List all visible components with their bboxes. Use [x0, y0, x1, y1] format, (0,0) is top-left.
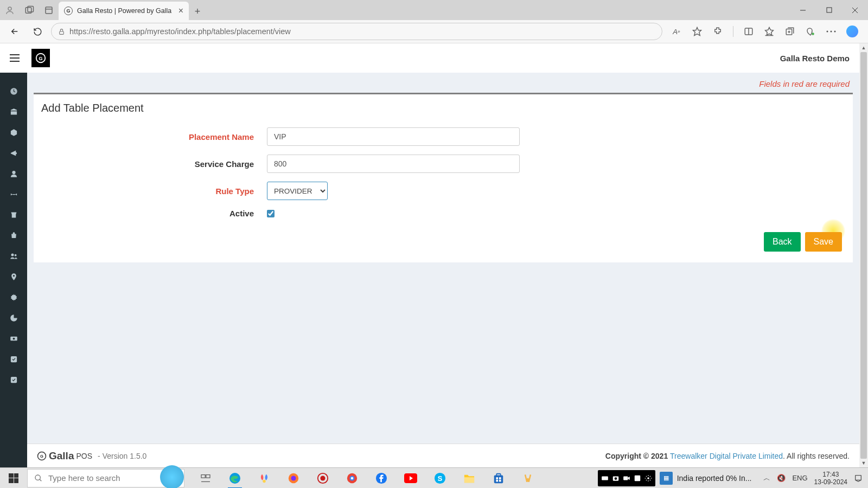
sidebar-item-categories[interactable] — [0, 106, 27, 117]
placement-name-input[interactable] — [267, 127, 520, 146]
close-tab-icon[interactable]: × — [178, 6, 183, 16]
tab-title: Galla Resto | Powered by Galla — [77, 7, 171, 15]
new-tab-button[interactable]: + — [189, 3, 206, 20]
favorites-icon[interactable] — [764, 26, 775, 37]
sidebar-item-products[interactable] — [0, 127, 27, 138]
scroll-down-icon[interactable]: ▼ — [859, 459, 868, 467]
taskbar-search[interactable]: Type here to search — [27, 469, 184, 487]
task-view-icon[interactable] — [199, 471, 213, 485]
taskbar-skype-icon[interactable]: S — [433, 471, 447, 485]
browser-essentials-icon[interactable] — [805, 26, 816, 37]
label-rule-type: Rule Type — [34, 187, 267, 196]
close-window-button[interactable] — [842, 0, 868, 20]
svg-point-20 — [831, 31, 832, 33]
sidebar-item-users[interactable] — [0, 168, 27, 179]
footer-copyright-pre: Copyright © 2021 — [605, 452, 670, 460]
svg-rect-9 — [60, 31, 64, 34]
browser-address-bar: https://resto.galla.app/myresto/index.ph… — [0, 20, 868, 43]
taskbar-copilot-icon[interactable] — [257, 471, 271, 485]
taskbar-facebook-icon[interactable] — [374, 471, 388, 485]
split-screen-icon[interactable] — [743, 26, 754, 37]
svg-point-19 — [827, 31, 828, 33]
svg-point-0 — [8, 7, 11, 10]
scrollbar[interactable]: ▲ ▼ — [859, 43, 868, 467]
sidebar-item-location[interactable] — [0, 271, 27, 282]
svg-rect-59 — [496, 479, 498, 481]
keyboard-icon — [601, 474, 609, 482]
extensions-icon[interactable] — [712, 26, 723, 37]
app-footer: G Galla POS - Version 1.5.0 Copyright © … — [27, 444, 859, 467]
tray-news-icon[interactable]: ▦ — [660, 472, 673, 485]
tray-clock[interactable]: 17:43 13-09-2024 — [814, 471, 847, 486]
tray-recording-controls[interactable] — [598, 470, 655, 486]
tray-chevron-icon[interactable]: ︿ — [763, 473, 770, 483]
label-active: Active — [34, 209, 267, 218]
menu-toggle-button[interactable] — [10, 54, 20, 62]
svg-point-21 — [834, 31, 836, 33]
sidebar-item-dashboard[interactable] — [0, 86, 27, 97]
tab-actions-icon[interactable] — [43, 5, 54, 16]
svg-rect-39 — [206, 474, 210, 478]
scroll-up-icon[interactable]: ▲ — [859, 43, 868, 52]
copilot-icon[interactable] — [846, 25, 858, 37]
footer-company-link[interactable]: Treewalker Digital Private Limited — [670, 452, 783, 460]
star-icon[interactable] — [692, 26, 703, 37]
sidebar-item-partners[interactable] — [0, 189, 27, 200]
window-controls — [790, 0, 868, 20]
service-charge-input[interactable] — [267, 155, 520, 173]
sidebar-item-payments[interactable] — [0, 333, 27, 344]
workspaces-icon[interactable] — [24, 5, 35, 16]
back-button-form[interactable]: Back — [764, 232, 801, 252]
svg-line-37 — [40, 479, 41, 481]
taskbar-store-icon[interactable] — [492, 471, 506, 485]
start-button[interactable] — [0, 468, 27, 488]
svg-rect-65 — [634, 475, 640, 481]
active-checkbox[interactable] — [267, 210, 275, 217]
refresh-button[interactable] — [28, 22, 47, 41]
tray-news-text[interactable]: India reported 0% In... — [677, 474, 752, 483]
maximize-button[interactable] — [816, 0, 842, 20]
taskbar-firefox-icon[interactable] — [286, 471, 301, 485]
back-button[interactable] — [5, 22, 24, 41]
rule-type-select[interactable]: PROVIDER — [267, 182, 328, 200]
sidebar-item-check1[interactable] — [0, 354, 27, 364]
taskbar-youtube-icon[interactable] — [404, 471, 418, 485]
read-aloud-icon[interactable]: A» — [671, 26, 682, 37]
scroll-thumb[interactable] — [860, 52, 867, 459]
svg-rect-32 — [10, 356, 16, 362]
app-logo[interactable]: G — [31, 49, 50, 67]
sidebar-item-customers[interactable] — [0, 251, 27, 261]
taskbar-explorer-icon[interactable] — [462, 471, 476, 485]
svg-point-26 — [11, 253, 14, 256]
more-icon[interactable] — [826, 26, 837, 37]
restaurant-name: Galla Resto Demo — [780, 54, 850, 63]
sidebar-item-settings[interactable] — [0, 292, 27, 303]
footer-logo-icon: G — [37, 451, 47, 461]
save-button[interactable]: Save — [805, 232, 842, 252]
taskbar-edge-icon[interactable] — [228, 471, 242, 485]
cortana-icon[interactable] — [160, 465, 184, 489]
svg-rect-61 — [602, 476, 608, 480]
sidebar-item-announce[interactable] — [0, 147, 27, 158]
svg-text:G: G — [39, 56, 42, 61]
profile-icon[interactable] — [4, 5, 15, 16]
sidebar-item-reports[interactable] — [0, 312, 27, 323]
sidebar-item-store[interactable] — [0, 209, 27, 220]
tray-lang[interactable]: ENG — [792, 474, 807, 482]
page-title: Add Table Placement — [34, 102, 853, 127]
svg-rect-6 — [827, 8, 832, 12]
app-viewport: G Galla Resto Demo Fields in red are req… — [0, 43, 868, 467]
sidebar-item-orders[interactable] — [0, 230, 27, 241]
footer-version: 1.5.0 — [130, 452, 146, 460]
tray-notifications-icon[interactable] — [854, 474, 863, 483]
tray-volume-icon[interactable]: 🔇 — [777, 474, 786, 482]
url-input[interactable]: https://resto.galla.app/myresto/index.ph… — [51, 23, 662, 40]
taskbar-record-icon[interactable] — [316, 471, 330, 485]
sidebar-item-check2[interactable] — [0, 374, 27, 385]
taskbar-chrome-icon[interactable] — [345, 471, 359, 485]
svg-marker-10 — [693, 28, 701, 36]
collections-icon[interactable] — [784, 26, 795, 37]
browser-tab[interactable]: G Galla Resto | Powered by Galla × — [59, 2, 189, 20]
minimize-button[interactable] — [790, 0, 816, 20]
taskbar-app-icon[interactable] — [521, 471, 535, 485]
